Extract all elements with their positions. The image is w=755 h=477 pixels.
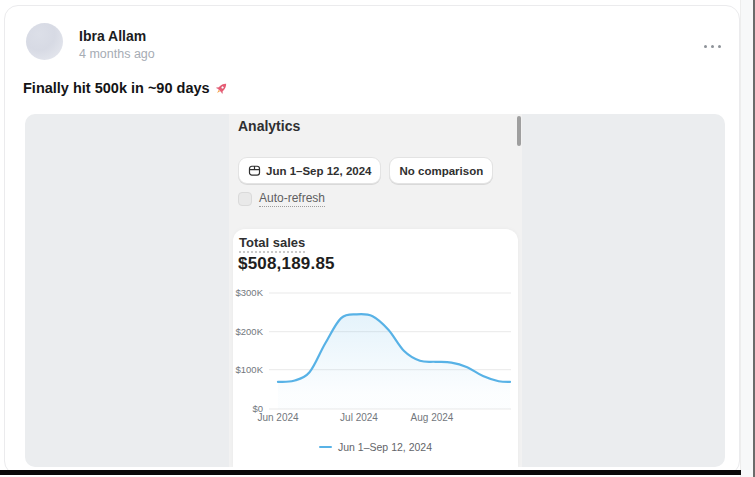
y-tick-label: $200K bbox=[236, 326, 264, 337]
y-tick-label: $300K bbox=[236, 287, 264, 298]
ellipsis-icon bbox=[718, 45, 721, 48]
total-sales-card: Total sales $508,189.85 $300K$200K$100K$… bbox=[233, 229, 518, 467]
analytics-title: Analytics bbox=[238, 118, 300, 134]
post-text-content: Finally hit 500k in ~90 days bbox=[23, 80, 210, 96]
post-card: Ibra Allam 4 months ago Finally hit 500k… bbox=[4, 5, 740, 475]
total-sales-chart: $300K$200K$100K$0Jun 2024Jul 2024Aug 202… bbox=[233, 281, 518, 423]
date-range-button[interactable]: Jun 1–Sep 12, 2024 bbox=[238, 157, 381, 184]
date-range-label: Jun 1–Sep 12, 2024 bbox=[266, 165, 371, 177]
ellipsis-icon bbox=[704, 45, 707, 48]
legend-label: Jun 1–Sep 12, 2024 bbox=[338, 441, 432, 453]
post-timestamp: 4 months ago bbox=[79, 47, 155, 61]
rocket-emoji: 🚀 bbox=[214, 81, 229, 96]
window-bottom-edge bbox=[0, 470, 741, 475]
y-tick-label: $100K bbox=[236, 364, 264, 375]
comparison-button[interactable]: No comparison bbox=[389, 157, 493, 184]
post-options-button[interactable] bbox=[695, 36, 729, 56]
legend-line-marker bbox=[319, 446, 332, 449]
sales-area-fill bbox=[278, 314, 510, 409]
analytics-toolbar: Jun 1–Sep 12, 2024 No comparison bbox=[238, 157, 493, 184]
x-tick-label: Aug 2024 bbox=[411, 412, 454, 423]
post-text: Finally hit 500k in ~90 days 🚀 bbox=[23, 80, 229, 96]
total-sales-label[interactable]: Total sales bbox=[239, 235, 305, 253]
auto-refresh-checkbox[interactable] bbox=[238, 192, 252, 206]
avatar[interactable] bbox=[26, 23, 63, 60]
comparison-label: No comparison bbox=[399, 165, 483, 177]
auto-refresh-label: Auto-refresh bbox=[259, 191, 325, 207]
author-name[interactable]: Ibra Allam bbox=[79, 28, 146, 45]
x-tick-label: Jun 2024 bbox=[257, 412, 299, 423]
analytics-panel: Analytics Jun 1–Sep 12, 2024 No comparis… bbox=[229, 114, 522, 467]
ellipsis-icon bbox=[711, 45, 714, 48]
post-image-attachment[interactable]: Analytics Jun 1–Sep 12, 2024 No comparis… bbox=[25, 114, 725, 467]
auto-refresh-control[interactable]: Auto-refresh bbox=[238, 191, 325, 207]
total-sales-chart-svg: $300K$200K$100K$0Jun 2024Jul 2024Aug 202… bbox=[233, 281, 518, 423]
page-right-gutter bbox=[740, 0, 755, 477]
scrollbar-thumb[interactable] bbox=[517, 116, 521, 146]
calendar-icon bbox=[248, 164, 261, 177]
x-tick-label: Jul 2024 bbox=[340, 412, 378, 423]
chart-legend: Jun 1–Sep 12, 2024 bbox=[233, 441, 518, 453]
total-sales-value: $508,189.85 bbox=[238, 254, 335, 274]
